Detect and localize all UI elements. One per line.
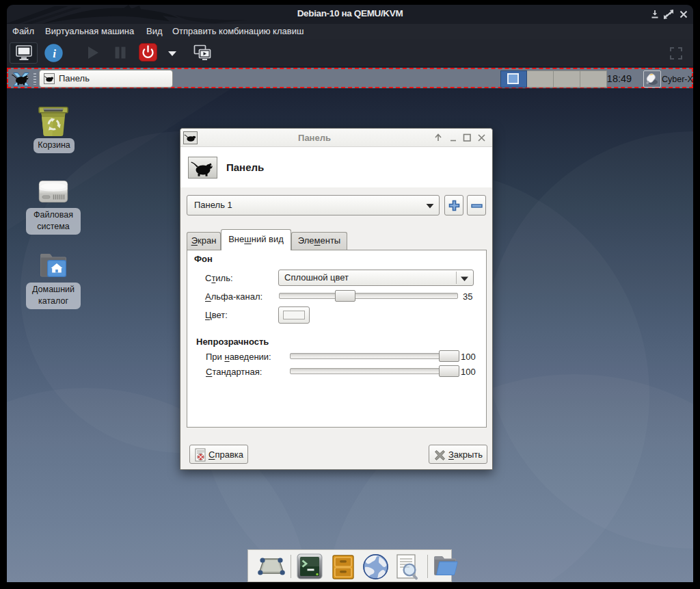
svg-text:i: i — [53, 47, 56, 60]
